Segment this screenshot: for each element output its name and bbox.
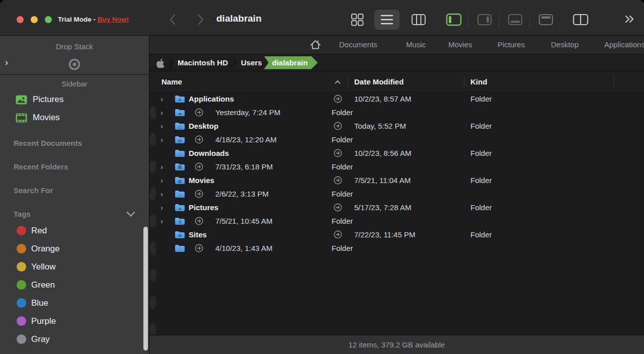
sort-ascending-icon[interactable] [335, 80, 341, 84]
disclosure-chevron-icon[interactable]: › [149, 95, 175, 103]
file-row[interactable]: › ▲ Pictures 5/17/23, 7:28 AM Folder [149, 201, 644, 214]
alias-arrow-icon[interactable] [328, 176, 348, 185]
buy-now-link[interactable]: Buy Now! [98, 16, 129, 23]
tab-pictures[interactable]: Pictures [498, 40, 525, 49]
disclosure-chevron-icon[interactable]: › [149, 163, 175, 170]
file-date-modified: 7/5/21, 10:45 AM [209, 217, 325, 225]
disclosure-chevron-icon[interactable]: › [149, 136, 175, 143]
toggle-right-panel-icon[interactable] [473, 10, 496, 30]
toggle-left-sidebar-icon[interactable] [443, 10, 465, 30]
apple-icon[interactable] [156, 58, 165, 68]
sidebar-item-movies[interactable]: Movies [16, 111, 149, 124]
movies-icon [16, 113, 27, 123]
alias-arrow-icon[interactable] [189, 108, 209, 117]
drop-stack-expand-icon[interactable]: › [5, 57, 8, 67]
tag-item-red[interactable]: Red [17, 224, 149, 237]
file-row[interactable]: › A Applications 10/2/23, 8:57 AM Folder [149, 92, 644, 106]
sidebar-section-recent-folders[interactable]: Recent Folders [14, 162, 149, 171]
sidebar-section-search-for[interactable]: Search For [14, 186, 149, 195]
alias-arrow-icon[interactable] [189, 244, 209, 252]
disclosure-chevron-icon[interactable]: › [149, 217, 175, 225]
folder-icon: ▤ [175, 136, 186, 144]
alias-arrow-icon[interactable] [328, 230, 348, 239]
file-row[interactable]: › ⇅ Public 7/5/21, 10:45 AM Folder [149, 214, 156, 228]
file-row[interactable]: › Ⅲ Library 7/31/23, 6:18 PM Folder [149, 160, 156, 173]
home-icon[interactable] [309, 38, 322, 51]
file-kind: Folder [325, 244, 475, 252]
minimize-window-button[interactable] [31, 16, 38, 23]
file-date-modified: 4/18/23, 12:20 AM [209, 135, 325, 144]
grid-view-icon[interactable] [346, 10, 368, 30]
toggle-bottom-panel-icon[interactable] [504, 10, 526, 30]
column-divider[interactable] [348, 76, 349, 86]
tag-label: Purple [31, 316, 56, 326]
breadcrumb-current-folder[interactable]: dialabrain [264, 56, 318, 69]
column-view-icon[interactable] [408, 10, 430, 30]
folder-icon: Ⅲ [175, 163, 186, 171]
column-header-date-modified[interactable]: Date Modified [348, 77, 464, 86]
dual-pane-icon[interactable] [570, 10, 592, 30]
tags-collapse-chevron-icon[interactable] [126, 211, 135, 217]
tab-movies[interactable]: Movies [448, 40, 472, 49]
column-header-kind[interactable]: Kind [464, 77, 614, 86]
tab-applications[interactable]: Applications [604, 40, 644, 49]
file-row[interactable]: Virtual Machines 4/10/23, 1:43 AM Folder [149, 241, 156, 255]
sidebar-sections: Recent DocumentsRecent FoldersSearch For [0, 139, 149, 195]
disclosure-chevron-icon[interactable]: › [149, 122, 175, 130]
alias-arrow-icon[interactable] [328, 122, 348, 130]
tag-item-purple[interactable]: Purple [17, 315, 149, 327]
file-row[interactable]: ↓ Downloads 10/2/23, 8:56 AM Folder [149, 146, 644, 160]
file-name: Movies [188, 176, 328, 185]
zoom-window-button[interactable] [45, 16, 52, 23]
list-view-icon[interactable] [374, 10, 399, 30]
alias-arrow-icon[interactable] [328, 149, 348, 157]
toolbar-divider [529, 13, 530, 26]
file-kind: Folder [464, 122, 614, 130]
alias-arrow-icon[interactable] [328, 95, 348, 103]
alias-arrow-icon[interactable] [189, 217, 209, 225]
more-chevrons-icon[interactable] [623, 13, 636, 26]
file-row[interactable]: › ▦ Movies 7/5/21, 11:04 AM Folder [149, 173, 644, 187]
toggle-top-panel-icon[interactable] [535, 10, 557, 30]
sidebar-item-pictures[interactable]: Pictures [16, 93, 149, 106]
alias-arrow-icon[interactable] [328, 203, 348, 212]
file-row[interactable]: › ☁ Creative Cloud Files Yesterday, 7:24… [149, 106, 156, 119]
tab-desktop[interactable]: Desktop [551, 40, 579, 49]
tag-item-blue[interactable]: Blue [17, 297, 149, 309]
disclosure-chevron-icon[interactable]: › [149, 176, 175, 184]
disclosure-chevron-icon[interactable]: › [149, 190, 175, 198]
file-row[interactable]: ⊕ Sites 7/22/23, 11:45 PM Folder [149, 228, 644, 241]
close-window-button[interactable] [17, 16, 24, 23]
breadcrumb-item-macintosh-hd[interactable]: Macintosh HD [178, 58, 228, 67]
sidebar-item-label: Pictures [33, 95, 63, 105]
alias-arrow-icon[interactable] [189, 190, 209, 198]
forward-icon[interactable] [195, 13, 208, 26]
tag-item-orange[interactable]: Orange [17, 242, 149, 255]
tag-label: Red [31, 226, 47, 236]
disclosure-chevron-icon[interactable]: › [149, 204, 175, 211]
tag-label: Yellow [31, 262, 56, 272]
alias-arrow-icon[interactable] [189, 135, 209, 144]
tag-color-dot [17, 226, 26, 235]
breadcrumb-item-users[interactable]: Users [241, 58, 262, 67]
drop-stack-panel[interactable]: Drop Stack › [0, 36, 149, 75]
tag-label: Blue [31, 298, 48, 308]
back-icon[interactable] [168, 13, 181, 26]
sidebar-section-recent-documents[interactable]: Recent Documents [14, 139, 149, 148]
tab-music[interactable]: Music [406, 40, 426, 49]
tag-item-green[interactable]: Green [17, 279, 149, 291]
traffic-lights [17, 16, 52, 23]
tag-item-gray[interactable]: Gray [17, 333, 149, 345]
column-divider[interactable] [613, 76, 614, 86]
column-header-name[interactable]: Name [149, 77, 328, 86]
file-row[interactable]: › ♪ Music 2/6/22, 3:13 PM Folder [149, 187, 156, 201]
tab-documents[interactable]: Documents [339, 40, 377, 49]
alias-arrow-icon[interactable] [189, 162, 209, 171]
tag-item-yellow[interactable]: Yellow [17, 260, 149, 273]
column-divider[interactable] [464, 76, 464, 86]
folder-icon: ☁ [175, 109, 186, 117]
file-row[interactable]: › ▢ Desktop Today, 5:52 PM Folder [149, 119, 644, 133]
disclosure-chevron-icon[interactable]: › [149, 109, 175, 116]
sidebar-scrollbar-thumb[interactable] [143, 227, 148, 350]
file-row[interactable]: › ▤ Documents 4/18/23, 12:20 AM Folder [149, 133, 156, 146]
